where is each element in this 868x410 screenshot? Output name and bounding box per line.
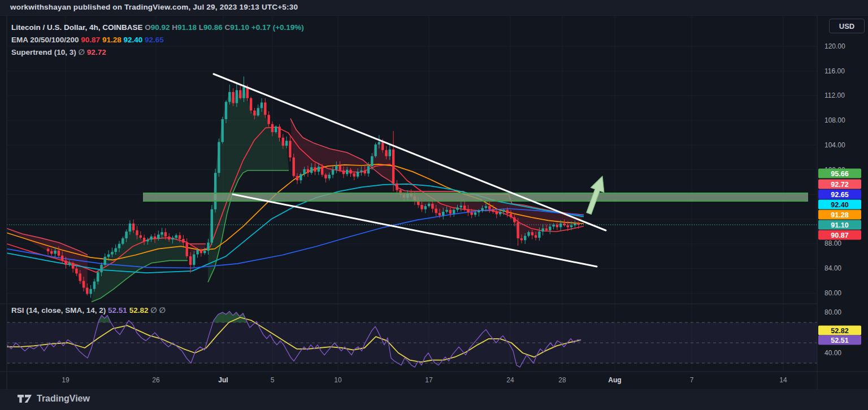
main-chart-legend[interactable]: Litecoin / U.S. Dollar, 4h, COINBASE O90…	[11, 21, 304, 59]
price-axis-label: 84.00	[824, 264, 841, 272]
rsi-axis-badge: 52.51	[818, 335, 861, 345]
footer-bar: TradingView	[0, 390, 868, 410]
time-axis-label: 7	[690, 376, 694, 384]
legend-token: 91.10	[230, 23, 251, 32]
price-axis-badge: 91.28	[818, 210, 861, 220]
legend-token: C	[224, 23, 230, 32]
time-axis-label: Jul	[218, 376, 228, 384]
legend-token: H	[172, 23, 177, 32]
rsi-legend-row[interactable]: RSI (14, close, SMA, 14, 2) 52.51 52.82 …	[11, 306, 166, 315]
legend-token: +0.17 (+0.19%)	[251, 23, 304, 32]
price-axis-label: 116.00	[824, 67, 845, 75]
symbol-legend-row[interactable]: Litecoin / U.S. Dollar, 4h, COINBASE O90…	[11, 21, 304, 34]
time-axis-label: 17	[425, 376, 432, 384]
legend-token: 91.18	[177, 23, 199, 32]
price-axis-label: 120.00	[824, 42, 845, 50]
chart-canvas[interactable]	[0, 0, 868, 410]
legend-token: RSI (14, close, SMA, 14, 2)	[11, 306, 108, 315]
legend-token: 92.72	[87, 48, 106, 56]
price-axis-label: 88.00	[824, 239, 841, 247]
tradingview-logo-text: TradingView	[37, 394, 90, 404]
legend-token: 91.28	[102, 36, 124, 44]
time-axis-label: 5	[271, 376, 275, 384]
legend-token: L	[199, 23, 203, 32]
currency-usd-button[interactable]: USD	[829, 19, 865, 33]
ema-legend-row[interactable]: EMA 20/50/100/200 90.87 91.28 92.40 92.6…	[11, 34, 304, 46]
legend-token: ∅ ∅	[150, 306, 166, 315]
publisher-line: workwithshayan published on TradingView.…	[10, 3, 298, 11]
legend-token: 52.51	[108, 306, 129, 315]
legend-token: 92.65	[145, 36, 164, 44]
publish-header: workwithshayan published on TradingView.…	[0, 0, 868, 15]
time-axis-label: 24	[506, 376, 514, 384]
time-axis-label: 28	[558, 376, 566, 384]
tradingview-published-chart: workwithshayan published on TradingView.…	[0, 0, 868, 410]
tradingview-logo-icon	[17, 394, 32, 404]
price-axis-label: 112.00	[824, 91, 845, 99]
legend-token: Litecoin / U.S. Dollar, 4h, COINBASE	[11, 23, 145, 32]
legend-token: EMA 20/50/100/200	[11, 36, 81, 44]
legend-token: O	[145, 23, 151, 32]
rsi-axis-label: 80.00	[824, 308, 841, 316]
time-axis-label: 10	[334, 376, 341, 384]
tradingview-logo[interactable]: TradingView	[17, 394, 90, 404]
price-axis-badge: 92.72	[818, 180, 861, 189]
price-axis-badge: 95.66	[818, 169, 861, 178]
legend-token: 90.86	[203, 23, 225, 32]
rsi-axis-label: 40.00	[824, 349, 841, 357]
time-axis-label: 14	[779, 376, 787, 384]
legend-token: Supertrend (10, 3)	[11, 48, 79, 56]
price-axis-badge: 91.10	[818, 220, 861, 230]
rsi-axis-badge: 52.82	[818, 326, 861, 335]
legend-token: 90.87	[81, 36, 102, 44]
legend-token: 90.92	[151, 23, 172, 32]
price-axis-label: 108.00	[824, 116, 845, 124]
time-axis-label: Aug	[608, 376, 621, 384]
price-axis-label: 104.00	[824, 141, 845, 149]
price-axis-badge: 92.40	[818, 200, 861, 210]
price-axis-label: 80.00	[824, 289, 841, 297]
time-axis-label: 19	[62, 376, 69, 384]
legend-token: 92.40	[123, 36, 145, 44]
price-axis-badge: 90.87	[818, 230, 861, 240]
supertrend-legend-row[interactable]: Supertrend (10, 3) ∅ 92.72	[11, 46, 304, 59]
time-axis-label: 26	[152, 376, 159, 384]
price-axis-badge: 92.65	[818, 190, 861, 199]
legend-token: 52.82	[129, 306, 151, 315]
rsi-band-fill	[7, 322, 817, 363]
legend-token: ∅	[79, 48, 87, 56]
